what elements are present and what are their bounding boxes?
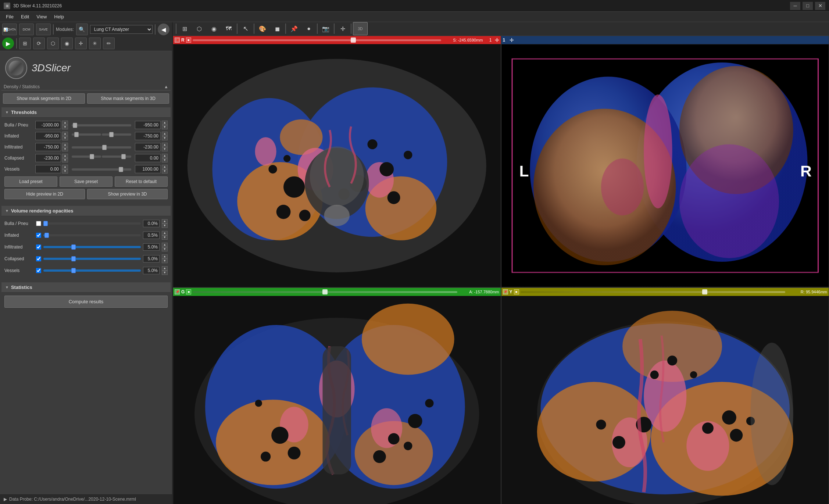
nav-back-button[interactable]: ◀ — [158, 24, 169, 35]
menu-file[interactable]: File — [2, 12, 17, 21]
show-mask-2d-button[interactable]: Show mask segments in 2D — [3, 93, 85, 104]
spin-dn-inflated-min[interactable]: ▼ — [62, 136, 68, 140]
status-arrow[interactable]: ▶ — [4, 497, 7, 502]
opacity-value-bulla[interactable]: 0.0% — [143, 220, 160, 227]
coronal-lock[interactable]: ■ — [186, 289, 191, 294]
orient-button[interactable]: ⟳ — [33, 37, 45, 49]
save-button[interactable]: SAVE — [36, 24, 51, 35]
spin-dn-bulla-min[interactable]: ▼ — [62, 125, 68, 129]
sagittal-lock[interactable]: ■ — [514, 289, 519, 294]
compute-results-button[interactable]: Compute results — [4, 296, 168, 308]
layout-grid-button[interactable]: ⊞ — [178, 22, 191, 35]
axial-pin[interactable]: 📌 — [175, 37, 180, 43]
volume-opacities-header[interactable]: ▼ Volume rendering opacities — [1, 206, 171, 216]
opacity-value-infiltrated[interactable]: 5.0% — [143, 243, 160, 251]
layout-button[interactable]: ⊞ — [19, 37, 31, 49]
threshold-max-infiltrated[interactable] — [135, 143, 161, 151]
menu-help[interactable]: Help — [50, 12, 68, 21]
search-button[interactable]: 🔍 — [76, 24, 88, 35]
spin-dn-vessels-max[interactable]: ▼ — [162, 169, 168, 174]
sagittal-pin[interactable]: 📌 — [503, 289, 508, 294]
reset-default-button[interactable]: Reset to default — [115, 176, 168, 187]
load-preset-button[interactable]: Load preset — [4, 176, 57, 187]
spin-up-collapsed-max[interactable]: ▲ — [162, 154, 168, 158]
spin-dn-vessels-min[interactable]: ▼ — [62, 169, 68, 174]
spin-dn-inflated-max[interactable]: ▼ — [162, 136, 168, 140]
threshold-min-infiltrated[interactable] — [35, 143, 61, 151]
opacity-value-collapsed[interactable]: 5.0% — [143, 255, 160, 262]
opacity-slider-vessels[interactable] — [43, 269, 141, 272]
spin-dn-collapsed-min[interactable]: ▼ — [62, 158, 68, 162]
statistics-header[interactable]: ▼ Statistics — [1, 282, 171, 293]
dot-button[interactable]: ● — [302, 22, 315, 35]
map-button[interactable]: 🗺 — [222, 22, 235, 35]
opacity-check-vessels[interactable] — [36, 268, 41, 273]
opacity-check-bulla[interactable] — [36, 221, 41, 226]
spin-up-bulla-min[interactable]: ▲ — [62, 121, 68, 125]
slicer-logo-button[interactable]: 3D — [353, 22, 368, 35]
menu-view[interactable]: View — [33, 12, 50, 21]
spin-dn-infiltrated-max[interactable]: ▼ — [162, 147, 168, 151]
threshold-min-collapsed[interactable] — [35, 154, 61, 162]
maximize-button[interactable]: □ — [803, 2, 813, 10]
threshold-max-collapsed[interactable] — [135, 154, 161, 162]
thresholds-header[interactable]: ▼ Thresholds — [1, 107, 171, 118]
spin-up-vessels-opacity[interactable]: ▲ — [162, 266, 168, 271]
cursor-button[interactable]: ↖ — [239, 22, 252, 35]
spin-up-collapsed-opacity[interactable]: ▲ — [162, 254, 168, 259]
spin-dn-infiltrated-min[interactable]: ▼ — [62, 147, 68, 151]
show-mask-3d-button[interactable]: Show mask segments in 3D — [87, 93, 169, 104]
threshold-range-collapsed-min[interactable] — [72, 156, 101, 158]
density-scroll[interactable]: ▲ — [164, 84, 168, 89]
spin-up-vessels-min[interactable]: ▲ — [62, 165, 68, 169]
dcm-button[interactable]: DCM — [19, 24, 34, 35]
close-button[interactable]: ✕ — [815, 2, 825, 10]
threshold-min-bulla[interactable] — [35, 121, 61, 129]
hide-preview-2d-button[interactable]: Hide preview in 2D — [4, 189, 85, 199]
spin-dn-inflated-opacity[interactable]: ▼ — [162, 235, 168, 240]
threshold-range-collapsed-max[interactable] — [102, 156, 131, 158]
threshold-range-inflated-max[interactable] — [102, 133, 131, 136]
crosshair2-button[interactable]: ✛ — [336, 22, 349, 35]
threshold-min-inflated[interactable] — [35, 132, 61, 140]
spin-dn-bulla-max[interactable]: ▼ — [162, 125, 168, 129]
opacity-slider-infiltrated[interactable] — [43, 246, 141, 248]
spin-up-bulla-max[interactable]: ▲ — [162, 121, 168, 125]
spin-up-infiltrated-opacity[interactable]: ▲ — [162, 243, 168, 247]
spin-up-inflated-min[interactable]: ▲ — [62, 132, 68, 136]
module-selector[interactable]: Lung CT Analyzer — [90, 25, 153, 34]
opacity-value-vessels[interactable]: 5.0% — [143, 267, 160, 274]
left-scroll[interactable]: Density / Statistics ▲ Show mask segment… — [0, 82, 172, 494]
color-button[interactable]: 🎨 — [256, 22, 269, 35]
threshold-range-vessels[interactable] — [72, 168, 131, 171]
snowflake-button[interactable]: ✳ — [89, 37, 101, 49]
axial-slider[interactable] — [193, 39, 441, 41]
coronal-pin[interactable]: 📌 — [175, 289, 180, 294]
spin-up-collapsed-min[interactable]: ▲ — [62, 154, 68, 158]
spin-up-bulla-opacity[interactable]: ▲ — [162, 219, 168, 224]
threshold-max-vessels[interactable] — [135, 165, 161, 173]
color2-button[interactable]: ◼ — [271, 22, 284, 35]
opacity-slider-inflated[interactable] — [43, 234, 141, 236]
threshold-range-inflated-min[interactable] — [72, 133, 101, 136]
threshold-max-bulla[interactable] — [135, 121, 161, 129]
orient-cube-button[interactable]: ⬡ — [193, 22, 206, 35]
data-button[interactable]: 📊 DATA — [2, 24, 17, 35]
globe2-button[interactable]: ◉ — [207, 22, 221, 35]
spin-dn-infiltrated-opacity[interactable]: ▼ — [162, 247, 168, 251]
coronal-slider[interactable] — [193, 291, 457, 293]
opacity-check-inflated[interactable] — [36, 233, 41, 238]
spin-up-vessels-max[interactable]: ▲ — [162, 165, 168, 169]
save-preset-button[interactable]: Save preset — [60, 176, 112, 187]
axial-crosshair[interactable]: ✛ — [495, 37, 499, 43]
3d-crosshair[interactable]: ✛ — [510, 37, 514, 43]
screenshot-button[interactable]: 📷 — [319, 22, 332, 35]
opacity-slider-collapsed[interactable] — [43, 258, 141, 260]
spin-up-infiltrated-min[interactable]: ▲ — [62, 143, 68, 147]
threshold-min-vessels[interactable] — [35, 165, 61, 173]
opacity-value-inflated[interactable]: 0.5% — [143, 232, 160, 239]
crosshair-button[interactable]: ✛ — [75, 37, 87, 49]
pin-button[interactable]: 📌 — [287, 22, 301, 35]
opacity-slider-bulla[interactable] — [43, 222, 141, 225]
opacity-check-collapsed[interactable] — [36, 256, 41, 261]
